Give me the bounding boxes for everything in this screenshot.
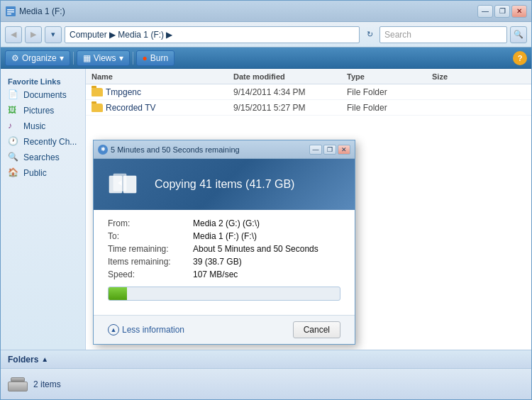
sidebar-item-documents[interactable]: 📄 Documents [1,87,85,103]
file-name-1: Recorded TV [92,103,233,113]
copy-animation-icon [108,170,143,199]
views-button[interactable]: ▦ Views ▾ [77,50,130,66]
column-type[interactable]: Type [347,72,432,81]
cancel-label: Cancel [304,325,330,335]
sidebar-item-recent[interactable]: 🕐 Recently Ch... [1,134,85,150]
table-row[interactable]: Recorded TV 9/15/2011 5:27 PM File Folde… [86,100,531,116]
dialog-header-text: Copying 41 items (41.7 GB) [155,178,294,191]
file-name-text: Recorded TV [106,103,155,113]
svg-rect-6 [123,176,136,193]
organize-chevron: ▾ [60,53,64,63]
organize-label: Organize [22,53,57,63]
dialog-title-text: 5 Minutes and 50 Seconds remaining [111,145,240,154]
copy-dialog: ✱ 5 Minutes and 50 Seconds remaining — ❐… [93,140,355,345]
dialog-header: Copying 41 items (41.7 GB) [94,159,355,210]
progress-bar [109,287,127,300]
dialog-body: From: Media 2 (G:) (G:\) To: Media 1 (F:… [94,210,355,315]
close-button[interactable]: ✕ [511,5,527,18]
folders-label: Folders [8,355,38,365]
time-label: Time remaining: [108,244,193,254]
item-count: 2 items [33,379,61,389]
address-path[interactable]: Computer ▶ Media 1 (F:) ▶ [65,26,360,43]
refresh-button[interactable]: ↻ [362,26,377,43]
less-info-button[interactable]: ▲ Less information [108,324,184,335]
search-box[interactable]: Search [379,26,507,43]
dialog-close-button[interactable]: ✕ [338,145,350,155]
sidebar-item-pictures[interactable]: 🖼 Pictures [1,103,85,118]
file-name-text: Tmpgenc [106,87,141,97]
forward-button[interactable]: ▶ [25,26,42,43]
title-bar-left: Media 1 (F:) [5,6,65,17]
toolbar-divider-1 [73,52,74,65]
dialog-title-controls: — ❐ ✕ [309,145,350,155]
recent-icon: 🕐 [8,136,19,148]
burn-button[interactable]: ● Burn [136,50,175,66]
help-button[interactable]: ? [513,51,527,65]
file-list-header: Name Date modified Type Size [86,69,531,84]
from-value: Media 2 (G:) (G:\) [193,218,260,228]
progress-container [108,287,340,301]
column-name[interactable]: Name [92,72,233,81]
drive-connector [11,377,25,382]
copy-icon [108,170,143,199]
items-label: Items remaining: [108,257,193,267]
less-info-label: Less information [122,325,184,335]
title-bar-controls: — ❐ ✕ [477,5,527,18]
minimize-button[interactable]: — [477,5,493,18]
views-icon: ▦ [83,53,91,63]
recent-locations-button[interactable]: ▾ [45,26,62,43]
dialog-from-row: From: Media 2 (G:) (G:\) [108,218,340,228]
svg-rect-2 [7,11,14,13]
explorer-window: Media 1 (F:) — ❐ ✕ ◀ ▶ ▾ Computer ▶ Medi… [0,0,532,400]
sidebar-item-label: Recently Ch... [23,137,77,147]
organize-button[interactable]: ⚙ Organize ▾ [5,50,70,66]
sidebar-item-public[interactable]: 🏠 Public [1,165,85,181]
sidebar-item-searches[interactable]: 🔍 Searches [1,150,85,165]
drive-icon [8,377,28,391]
sidebar-section-title: Favorite Links [1,74,85,87]
cancel-button[interactable]: Cancel [293,321,340,338]
chevron-up-icon: ▲ [108,324,119,335]
views-chevron: ▾ [119,53,123,63]
from-label: From: [108,218,193,228]
sidebar-item-music[interactable]: ♪ Music [1,118,85,134]
dialog-time-row: Time remaining: About 5 Minutes and 50 S… [108,244,340,254]
sidebar-item-label: Searches [23,152,60,162]
dialog-icon-symbol: ✱ [101,146,106,152]
toolbar: ⚙ Organize ▾ ▦ Views ▾ ● Burn ? [1,48,531,69]
dialog-restore-button[interactable]: ❐ [323,145,336,155]
title-bar: Media 1 (F:) — ❐ ✕ [1,1,531,22]
title-text: Media 1 (F:) [19,6,65,16]
speed-value: 107 MB/sec [193,270,238,279]
status-bar: 2 items [1,368,531,399]
folder-icon [92,88,103,96]
file-name-0: Tmpgenc [92,87,233,97]
back-button[interactable]: ◀ [5,26,22,43]
restore-button[interactable]: ❐ [494,5,510,18]
pictures-icon: 🖼 [8,105,19,116]
sidebar: Favorite Links 📄 Documents 🖼 Pictures ♪ … [1,69,86,350]
sidebar-item-label: Pictures [23,106,54,116]
folders-bar[interactable]: Folders ▲ [1,350,531,368]
table-row[interactable]: Tmpgenc 9/14/2011 4:34 PM File Folder [86,84,531,100]
dialog-title-left: ✱ 5 Minutes and 50 Seconds remaining [98,145,240,155]
sidebar-item-label: Public [23,168,47,178]
column-date[interactable]: Date modified [233,72,347,81]
documents-icon: 📄 [8,89,19,101]
dialog-speed-row: Speed: 107 MB/sec [108,270,340,279]
search-button[interactable]: 🔍 [510,26,527,43]
main-content: Favorite Links 📄 Documents 🖼 Pictures ♪ … [1,69,531,350]
address-bar: ◀ ▶ ▾ Computer ▶ Media 1 (F:) ▶ ↻ Search… [1,22,531,48]
dialog-minimize-button[interactable]: — [309,145,322,155]
dialog-footer: ▲ Less information Cancel [94,315,355,344]
drive-body [8,382,28,391]
dialog-items-row: Items remaining: 39 (38.7 GB) [108,257,340,267]
views-label: Views [94,53,116,63]
file-date-1: 9/15/2011 5:27 PM [233,103,347,113]
organize-icon: ⚙ [11,53,19,63]
column-size[interactable]: Size [432,72,489,81]
sidebar-item-label: Documents [23,90,67,100]
folders-chevron-icon: ▲ [41,355,48,363]
speed-label: Speed: [108,270,193,279]
to-value: Media 1 (F:) (F:\) [193,231,257,241]
